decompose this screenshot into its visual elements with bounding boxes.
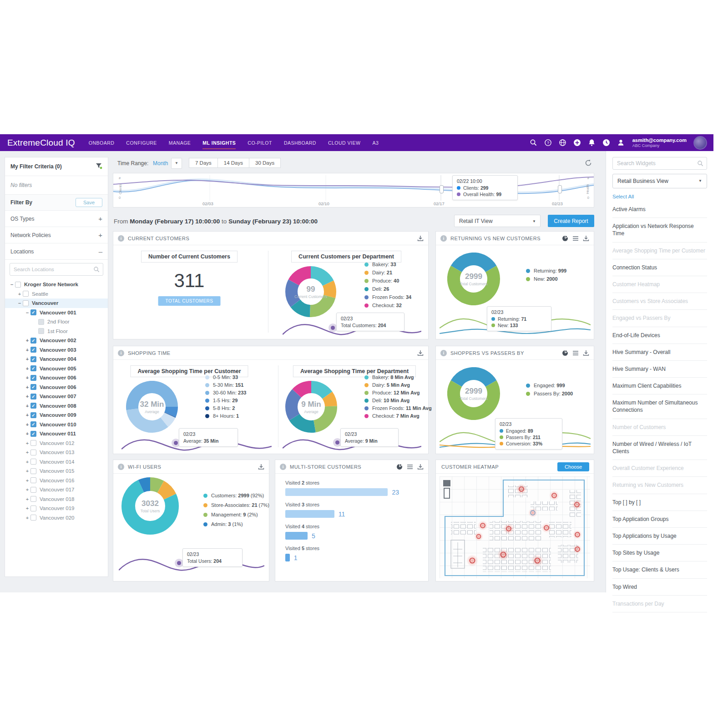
nav-item-ml-insights[interactable]: ML INSIGHTS (202, 135, 236, 151)
checkbox[interactable]: ✓ (30, 375, 36, 381)
checkbox[interactable] (15, 282, 21, 288)
globe-icon[interactable] (559, 139, 566, 147)
expand-plus-icon[interactable]: + (24, 459, 30, 465)
tree-item[interactable]: +Vancouver 019 (5, 504, 108, 513)
nav-item-manage[interactable]: MANAGE (169, 135, 191, 151)
info-icon[interactable]: i (440, 350, 447, 356)
widget-list-item[interactable]: Hive Summary - WAN (612, 361, 707, 378)
widget-list-item[interactable]: Maximum Client Capabilities (612, 378, 707, 394)
view-dropdown[interactable]: Retail Business View ▼ (612, 174, 707, 188)
tree-item[interactable]: 1st Floor (5, 327, 108, 336)
expand-plus-icon[interactable]: + (24, 515, 30, 521)
checkbox[interactable]: ✓ (30, 431, 36, 437)
nav-item-dashboard[interactable]: DASHBOARD (284, 135, 316, 151)
expand-plus-icon[interactable]: + (24, 450, 30, 455)
nav-item-co-pilot[interactable]: CO-PILOT (248, 135, 272, 151)
tree-item[interactable]: –Kroger Store Network (5, 280, 108, 289)
tree-item[interactable]: +✓Vancouver 008 (5, 401, 108, 411)
expand-plus-icon[interactable]: + (24, 394, 30, 399)
bar[interactable] (285, 554, 290, 561)
range-slider-handle-left[interactable] (440, 185, 444, 193)
expand-plus-icon[interactable]: + (24, 356, 30, 362)
pie-chart-icon[interactable] (396, 464, 403, 470)
download-icon[interactable] (417, 235, 424, 242)
refresh-icon[interactable] (584, 159, 592, 167)
expand-plus-icon[interactable]: + (24, 487, 30, 492)
user-block[interactable]: asmith@company.com ABC Company (632, 137, 687, 148)
widget-list-item[interactable]: Application vs Network Response Time (612, 218, 707, 242)
expand-plus-icon[interactable]: + (24, 478, 30, 483)
list-view-icon[interactable] (407, 464, 413, 470)
department-time-donut-chart[interactable] (285, 381, 337, 435)
collapse-minus-icon[interactable]: – (99, 248, 102, 255)
select-all-link[interactable]: Select All (612, 194, 707, 199)
expand-plus-icon[interactable]: + (24, 338, 30, 343)
checkbox[interactable]: ✓ (30, 394, 36, 399)
tree-item[interactable]: +✓Vancouver 007 (5, 392, 108, 401)
tree-item[interactable]: –✓Vancouver 001 (5, 308, 108, 318)
checkbox[interactable] (30, 515, 36, 521)
pie-chart-icon[interactable] (562, 235, 568, 242)
create-report-button[interactable]: Create Report (548, 215, 594, 227)
widget-list-item[interactable]: Top Sites by Usage (612, 545, 707, 561)
section-os-types[interactable]: OS Types + (5, 211, 108, 227)
tree-item[interactable]: +Vancouver 017 (5, 485, 108, 495)
tree-item[interactable]: +Vancouver 016 (5, 476, 108, 485)
checkbox[interactable] (30, 450, 36, 455)
checkbox[interactable] (30, 487, 36, 493)
tree-item[interactable]: +✓Vancouver 006 (5, 373, 108, 383)
choose-button[interactable]: Choose (557, 462, 589, 471)
shoppers-donut-chart[interactable] (447, 367, 500, 422)
expand-plus-icon[interactable]: + (24, 384, 30, 390)
view-select[interactable]: Retail IT View ▼ (454, 215, 541, 227)
expand-plus-icon[interactable]: + (24, 506, 30, 511)
range-button-14-days[interactable]: 14 Days (217, 158, 249, 168)
expand-plus-icon[interactable]: + (24, 468, 30, 474)
tree-item[interactable]: –Vancouver (5, 298, 108, 308)
nav-item-a3[interactable]: A3 (372, 135, 379, 151)
info-icon[interactable]: i (118, 235, 124, 242)
widget-search-input[interactable] (612, 157, 707, 170)
checkbox[interactable] (30, 496, 36, 502)
tree-item[interactable]: +✓Vancouver 011 (5, 429, 108, 439)
timeline-chart[interactable]: # Clients 0 # Health 0 02/03 02/10 02/17… (113, 173, 594, 207)
info-icon[interactable]: i (440, 235, 447, 242)
wifi-users-donut-chart[interactable] (121, 477, 179, 536)
notifications-bell-icon[interactable] (588, 139, 596, 147)
tree-item[interactable]: +✓Vancouver 002 (5, 336, 108, 345)
funnel-icon[interactable] (96, 163, 102, 171)
checkbox[interactable] (23, 291, 29, 297)
widget-list-item[interactable]: Top Application Groups (612, 511, 707, 528)
avatar[interactable] (693, 136, 707, 150)
expand-plus-icon[interactable]: + (24, 422, 30, 427)
tree-item[interactable]: +Vancouver 012 (5, 439, 108, 448)
widget-list-item[interactable]: Maximum Number of Simultaneous Connectio… (612, 394, 707, 419)
info-icon[interactable]: i (118, 350, 124, 356)
download-icon[interactable] (583, 350, 589, 356)
add-icon[interactable] (573, 139, 581, 147)
widget-list-item[interactable]: Top Applications by Usage (612, 528, 707, 545)
checkbox[interactable]: ✓ (30, 384, 36, 390)
collapse-minus-icon[interactable]: – (9, 282, 15, 287)
checkbox[interactable] (30, 440, 36, 446)
checkbox[interactable] (23, 300, 29, 306)
tree-item[interactable]: +✓Vancouver 010 (5, 420, 108, 430)
checkbox[interactable]: ✓ (30, 338, 36, 344)
expand-plus-icon[interactable]: + (24, 375, 30, 380)
collapse-minus-icon[interactable]: – (16, 300, 23, 306)
expand-plus-icon[interactable]: + (24, 403, 30, 409)
tree-item[interactable]: +Vancouver 014 (5, 457, 108, 467)
checkbox[interactable]: ✓ (30, 403, 36, 409)
widget-list-item[interactable]: Hive Summary - Overall (612, 344, 707, 361)
tree-item[interactable]: +Vancouver 013 (5, 448, 108, 457)
checkbox[interactable] (30, 477, 36, 483)
tree-item[interactable]: +Vancouver 018 (5, 495, 108, 504)
widget-list-item[interactable]: Connection Status (612, 259, 707, 276)
checkbox[interactable]: ✓ (30, 309, 36, 315)
user-icon[interactable] (617, 139, 625, 147)
range-button-30-days[interactable]: 30 Days (249, 158, 281, 168)
bar[interactable] (285, 532, 308, 540)
tree-item[interactable]: +✓Vancouver 006 (5, 383, 108, 392)
bar[interactable] (285, 488, 388, 496)
widget-list-item[interactable]: Active Alarms (612, 201, 707, 218)
